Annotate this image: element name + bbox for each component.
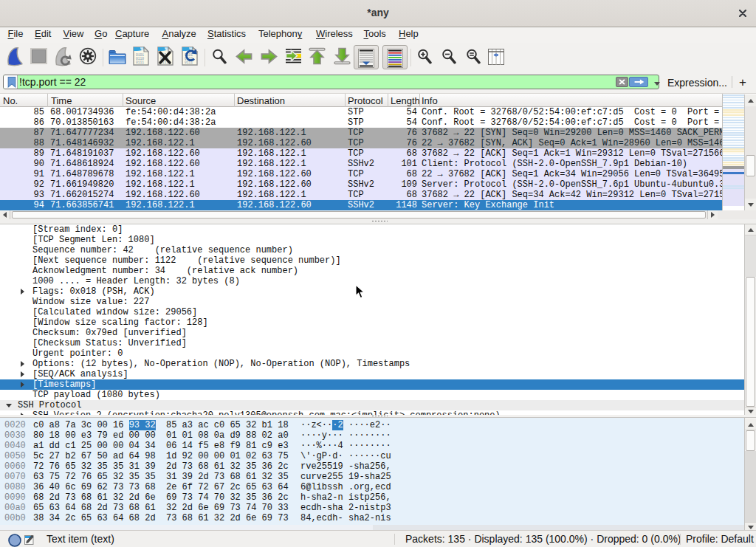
svg-text:0111: 0111 [136,61,144,64]
